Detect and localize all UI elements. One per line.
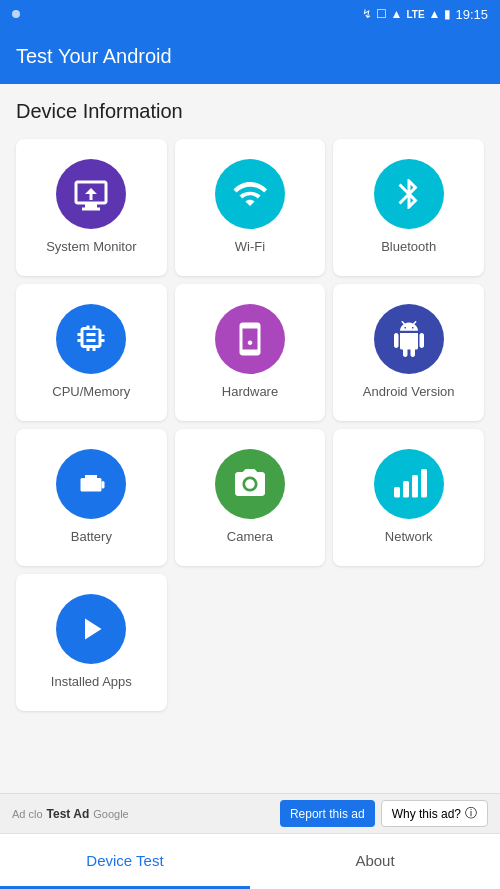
device-test-label: Device Test — [86, 852, 163, 869]
grid-item-wifi[interactable]: Wi-Fi — [175, 139, 326, 276]
cpu-icon — [73, 321, 109, 357]
system-monitor-icon-circle — [56, 159, 126, 229]
time-display: 19:15 — [455, 7, 488, 22]
grid-item-network[interactable]: Network — [333, 429, 484, 566]
bluetooth-icon-circle — [374, 159, 444, 229]
battery-label: Battery — [71, 529, 112, 546]
svg-rect-2 — [102, 481, 105, 489]
svg-rect-3 — [82, 480, 97, 489]
why-ad-label: Why this ad? — [392, 807, 461, 821]
grid-item-camera[interactable]: Camera — [175, 429, 326, 566]
info-icon: ⓘ — [465, 805, 477, 822]
grid-item-bluetooth[interactable]: Bluetooth — [333, 139, 484, 276]
hardware-icon-circle — [215, 304, 285, 374]
why-ad-button[interactable]: Why this ad? ⓘ — [381, 800, 488, 827]
network-icon-circle — [374, 449, 444, 519]
network-icon — [391, 466, 427, 502]
grid-item-installed-apps[interactable]: Installed Apps — [16, 574, 167, 711]
nav-item-device-test[interactable]: Device Test — [0, 834, 250, 889]
installed-apps-label: Installed Apps — [51, 674, 132, 691]
wifi-status-icon: ▲ — [391, 7, 403, 21]
system-monitor-label: System Monitor — [46, 239, 136, 256]
installed-apps-icon — [73, 611, 109, 647]
installed-apps-icon-circle — [56, 594, 126, 664]
signal-dot-icon — [12, 10, 20, 18]
features-grid: System Monitor Wi-Fi Bluetooth CPU/Memor… — [16, 139, 484, 711]
about-label: About — [355, 852, 394, 869]
svg-rect-1 — [85, 475, 97, 478]
android-version-label: Android Version — [363, 384, 455, 401]
ad-label-group: Ad clo Test Ad Google — [12, 807, 129, 821]
svg-rect-7 — [421, 469, 427, 498]
main-content: Device Information System Monitor Wi-Fi … — [0, 84, 500, 793]
battery-status-icon: ▮ — [444, 7, 451, 21]
google-text: Google — [93, 808, 128, 820]
status-bar-left — [12, 10, 20, 18]
lte-icon: LTE — [406, 9, 424, 20]
wifi-label: Wi-Fi — [235, 239, 265, 256]
network-label: Network — [385, 529, 433, 546]
svg-rect-6 — [412, 475, 418, 498]
camera-icon — [232, 466, 268, 502]
phone-status-icon: ☐ — [376, 7, 387, 21]
bottom-navigation: Device Test About — [0, 833, 500, 889]
grid-item-hardware[interactable]: Hardware — [175, 284, 326, 421]
cpu-icon-circle — [56, 304, 126, 374]
bluetooth-icon — [391, 176, 427, 212]
hardware-label: Hardware — [222, 384, 278, 401]
status-bar: ↯ ☐ ▲ LTE ▲ ▮ 19:15 — [0, 0, 500, 28]
app-title: Test Your Android — [16, 45, 172, 68]
signal-icon: ▲ — [429, 7, 441, 21]
ad-close-label: Ad clo — [12, 808, 43, 820]
test-ad-text: Test Ad — [47, 807, 90, 821]
wifi-icon — [232, 176, 268, 212]
section-title: Device Information — [16, 100, 484, 123]
battery-icon-circle — [56, 449, 126, 519]
android-icon-circle — [374, 304, 444, 374]
bluetooth-status-icon: ↯ — [362, 7, 372, 21]
app-bar: Test Your Android — [0, 28, 500, 84]
svg-rect-4 — [394, 487, 400, 498]
grid-item-android-version[interactable]: Android Version — [333, 284, 484, 421]
bluetooth-label: Bluetooth — [381, 239, 436, 256]
system-monitor-icon — [73, 176, 109, 212]
camera-label: Camera — [227, 529, 273, 546]
grid-item-battery[interactable]: Battery — [16, 429, 167, 566]
hardware-icon — [232, 321, 268, 357]
battery-icon — [73, 466, 109, 502]
nav-item-about[interactable]: About — [250, 834, 500, 889]
cpu-memory-label: CPU/Memory — [52, 384, 130, 401]
status-bar-right: ↯ ☐ ▲ LTE ▲ ▮ 19:15 — [362, 7, 488, 22]
svg-rect-5 — [403, 481, 409, 498]
ad-actions: Report this ad Why this ad? ⓘ — [280, 800, 488, 827]
grid-item-cpu-memory[interactable]: CPU/Memory — [16, 284, 167, 421]
grid-item-system-monitor[interactable]: System Monitor — [16, 139, 167, 276]
android-icon — [391, 321, 427, 357]
ad-banner: Ad clo Test Ad Google Report this ad Why… — [0, 793, 500, 833]
camera-icon-circle — [215, 449, 285, 519]
wifi-icon-circle — [215, 159, 285, 229]
report-ad-button[interactable]: Report this ad — [280, 800, 375, 827]
